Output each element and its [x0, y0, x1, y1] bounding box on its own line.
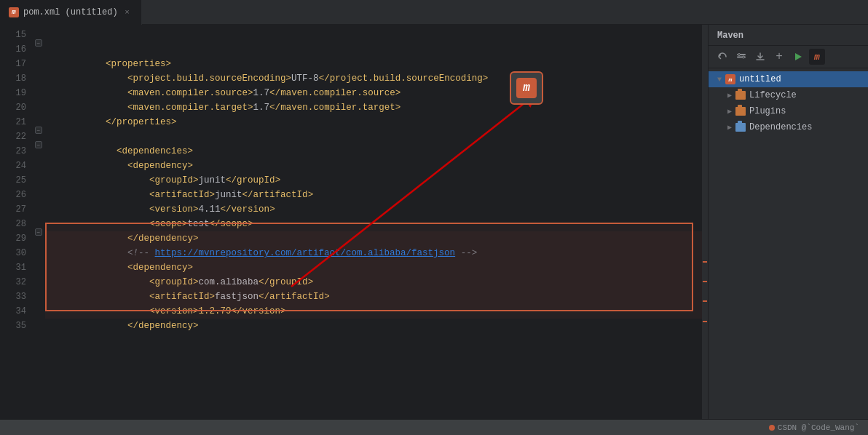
tree-root-label: untitled	[739, 74, 781, 84]
dependencies-icon	[735, 121, 746, 133]
pom-xml-tab[interactable]: m pom.xml (untitled) ×	[0, 0, 142, 25]
tree-expand-arrow-plugins[interactable]: ▶	[725, 106, 735, 116]
maven-tab-icon: m	[9, 7, 19, 17]
maven-tree-dependencies[interactable]: ▶ Dependencies	[719, 119, 868, 135]
maven-add-button[interactable]: +	[771, 49, 787, 65]
fold-icon-23[interactable]: −	[35, 141, 42, 148]
code-line-16: <properties>	[45, 42, 702, 57]
code-line-22: <dependencies>	[45, 129, 702, 144]
status-bar: CSDN @`Code_Wang`	[0, 419, 868, 435]
svg-point-4	[743, 56, 745, 58]
maven-reload-button[interactable]: m	[510, 71, 543, 105]
tree-expand-arrow-untitled[interactable]: ▼	[714, 74, 725, 84]
maven-m-button[interactable]: m	[809, 49, 825, 65]
maven-tree-plugins[interactable]: ▶ Plugins	[719, 103, 868, 119]
fold-icon-30[interactable]: −	[35, 228, 42, 236]
line-numbers: 15 16 17 18 19 20 21 22 23 24 25 26 27 2…	[3, 25, 33, 419]
maven-download-sources-button[interactable]	[752, 49, 768, 65]
maven-panel-header: Maven	[709, 25, 868, 46]
tree-expand-arrow-lifecycle[interactable]: ▶	[725, 90, 735, 100]
lifecycle-icon	[735, 89, 746, 101]
fold-icon-22[interactable]: −	[35, 127, 42, 134]
maven-run-button[interactable]	[790, 49, 806, 65]
status-text: CSDN @`Code_Wang`	[778, 423, 859, 432]
plugins-icon	[735, 105, 746, 117]
maven-tree-root-untitled[interactable]: ▼ m untitled	[709, 71, 868, 87]
tab-title: pom.xml (untitled)	[23, 7, 118, 17]
editor-pane[interactable]: 15 16 17 18 19 20 21 22 23 24 25 26 27 2…	[0, 25, 708, 419]
code-line-15	[45, 28, 702, 42]
svg-marker-5	[795, 53, 802, 60]
maven-tree: ▼ m untitled ▶ Lifecycle	[709, 68, 868, 419]
maven-toolbar: + m	[709, 46, 868, 68]
tab-close-button[interactable]: ×	[122, 7, 133, 17]
tree-expand-arrow-dependencies[interactable]: ▶	[725, 122, 735, 132]
svg-point-3	[738, 54, 741, 56]
dependencies-label: Dependencies	[749, 122, 812, 132]
fold-icon-16[interactable]: −	[35, 39, 42, 47]
untitled-maven-icon: m	[725, 73, 736, 85]
editor-gutter: − − − −	[33, 25, 45, 419]
error-indicator	[769, 425, 775, 431]
code-area[interactable]: <properties> <project.build.sourceEncodi…	[45, 25, 702, 419]
maven-open-settings-button[interactable]	[733, 49, 749, 65]
editor-scrollbar[interactable]	[702, 25, 708, 419]
lifecycle-label: Lifecycle	[749, 90, 797, 100]
maven-panel: Maven	[708, 25, 868, 419]
maven-tree-children: ▶ Lifecycle ▶ Pl	[709, 87, 868, 135]
main-area: 15 16 17 18 19 20 21 22 23 24 25 26 27 2…	[0, 25, 868, 419]
plugins-label: Plugins	[749, 106, 786, 116]
maven-tree-lifecycle[interactable]: ▶ Lifecycle	[719, 87, 868, 103]
tab-bar: m pom.xml (untitled) ×	[0, 0, 868, 25]
maven-m-icon: m	[516, 78, 537, 98]
maven-refresh-button[interactable]	[714, 49, 730, 65]
